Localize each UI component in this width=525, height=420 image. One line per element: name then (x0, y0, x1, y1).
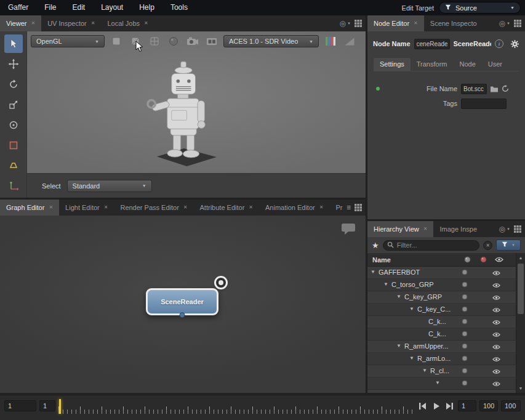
close-icon[interactable]: ✕ (183, 205, 188, 210)
crop-window-tool-button[interactable] (4, 136, 23, 155)
layout-menu-icon[interactable] (514, 225, 521, 233)
visibility-eye-icon[interactable] (492, 294, 500, 302)
close-icon[interactable]: ✕ (144, 21, 148, 26)
tab-overflow-menu-icon[interactable]: ≡ (347, 203, 351, 212)
node-output-plug[interactable] (180, 312, 185, 318)
close-icon[interactable]: ✕ (31, 21, 35, 26)
expander-icon[interactable]: ▼ (435, 381, 440, 386)
renderer-dropdown[interactable]: OpenGL ▼ (31, 35, 105, 47)
tree-row[interactable]: ▼ GAFFERBOT (367, 267, 516, 279)
scrollbar-thumb[interactable] (518, 264, 524, 314)
visibility-eye-icon[interactable] (492, 344, 500, 351)
light-tool-button[interactable] (4, 156, 23, 175)
subtab-settings[interactable]: Settings (374, 58, 411, 71)
tree-row[interactable]: ▼ R_cl... (367, 365, 516, 378)
filter-mode-dropdown[interactable]: ▼ (496, 240, 521, 251)
expander-icon[interactable]: ▼ (396, 344, 401, 349)
node-name-input[interactable] (414, 39, 450, 49)
subtab-transform[interactable]: Transform (411, 58, 454, 71)
tree-row[interactable]: ▼ C_torso_GRP (367, 279, 516, 291)
display-transform-dropdown[interactable]: ACES 1.0 - SDR Video ▼ (223, 35, 319, 47)
scale-tool-button[interactable] (4, 95, 23, 114)
visibility-eye-icon[interactable] (492, 381, 500, 388)
node-menu-gear-icon[interactable] (510, 39, 519, 49)
translate-tool-button[interactable] (4, 55, 23, 73)
rotate-tool-button[interactable] (4, 75, 23, 94)
menu-file[interactable]: File (36, 0, 64, 15)
tab-animation-editor[interactable]: Animation Editor ✕ (259, 200, 329, 216)
shading-points-icon[interactable] (166, 34, 181, 48)
expander-icon[interactable]: ▼ (422, 368, 427, 373)
menu-tools[interactable]: Tools (162, 0, 196, 15)
shading-textured-icon[interactable] (128, 34, 143, 48)
visibility-eye-icon[interactable] (492, 331, 500, 339)
timeline-frame-field[interactable] (458, 400, 476, 411)
expander-icon[interactable]: ▼ (396, 294, 401, 299)
tree-row[interactable]: ▼ (367, 378, 516, 390)
layout-menu-icon[interactable] (355, 20, 362, 27)
subtab-node[interactable]: Node (453, 58, 481, 71)
tab-scene-inspector[interactable]: Scene Inspecto (424, 15, 483, 31)
camera-icon[interactable] (185, 34, 200, 48)
select-tool-button[interactable] (4, 34, 23, 53)
skip-to-end-icon[interactable] (444, 401, 455, 411)
visibility-eye-icon[interactable] (492, 270, 500, 277)
expander-icon[interactable]: ▼ (371, 270, 375, 275)
layout-menu-icon[interactable] (355, 204, 362, 211)
select-mode-dropdown[interactable]: Standard ▼ (67, 180, 152, 192)
timeline-start-field[interactable] (4, 400, 36, 411)
expander-icon[interactable]: ▼ (409, 356, 414, 361)
tab-local-jobs[interactable]: Local Jobs ✕ (101, 15, 154, 31)
tab-render-pass-editor[interactable]: Render Pass Editor ✕ (114, 200, 193, 216)
close-icon[interactable]: ✕ (414, 21, 418, 26)
visibility-eye-icon[interactable] (492, 282, 500, 289)
clear-filter-icon[interactable]: ✕ (483, 241, 492, 250)
play-icon[interactable] (431, 401, 441, 411)
filter-search-box[interactable] (383, 240, 479, 251)
visibility-eye-icon[interactable] (492, 356, 500, 363)
render-pass-icon[interactable] (204, 34, 219, 48)
transform-axes-tool-button[interactable] (4, 177, 23, 195)
shading-wireframe-icon[interactable] (147, 34, 162, 48)
shading-solid-icon[interactable] (109, 34, 124, 48)
visibility-eye-icon[interactable] (492, 307, 500, 314)
timeline-current-field[interactable] (39, 400, 55, 411)
scroll-up-icon[interactable]: ▲ (516, 254, 525, 262)
layout-menu-icon[interactable] (514, 20, 521, 27)
tab-viewer[interactable]: Viewer ✕ (0, 15, 41, 31)
folder-browse-icon[interactable] (490, 86, 499, 92)
menu-layout[interactable]: Layout (93, 0, 131, 15)
expander-icon[interactable]: ▼ (383, 282, 388, 287)
tab-attribute-editor[interactable]: Attribute Editor ✕ (194, 200, 259, 216)
subtab-user[interactable]: User (482, 58, 508, 71)
refresh-icon[interactable] (502, 85, 509, 92)
close-icon[interactable]: ✕ (249, 205, 253, 210)
close-icon[interactable]: ✕ (49, 205, 53, 210)
filter-input[interactable] (397, 241, 475, 249)
tree-row[interactable]: C_k... (367, 328, 516, 341)
close-icon[interactable]: ✕ (91, 21, 95, 26)
color-channels-icon[interactable] (323, 34, 338, 48)
tree-row[interactable]: ▼ R_armUpper... (367, 341, 516, 353)
tab-graph-editor[interactable]: Graph Editor ✕ (0, 200, 59, 216)
graph-canvas[interactable]: SceneReader (0, 216, 366, 393)
tree-row[interactable]: ▼ C_key_C... (367, 304, 516, 316)
playhead[interactable] (59, 399, 61, 414)
viewport-3d[interactable] (27, 31, 366, 173)
tree-row[interactable]: ▼ R_armLo... (367, 353, 516, 365)
expander-icon[interactable]: ▼ (409, 307, 414, 312)
annotation-bubble-icon[interactable] (341, 223, 356, 236)
menu-help[interactable]: Help (131, 0, 162, 15)
menu-edit[interactable]: Edit (64, 0, 93, 15)
editor-focus-menu-icon[interactable]: ◎ ▼ (340, 19, 351, 28)
camera-tool-button[interactable] (4, 116, 23, 134)
editor-focus-menu-icon[interactable]: ◎ ▼ (499, 19, 510, 28)
menu-gaffer[interactable]: Gaffer (0, 0, 36, 15)
close-icon[interactable]: ✕ (319, 205, 324, 210)
timeline-end-field[interactable] (479, 400, 498, 411)
tab-uv-inspector[interactable]: UV Inspector ✕ (41, 15, 101, 31)
tab-light-editor[interactable]: Light Editor ✕ (59, 200, 114, 216)
tab-node-editor[interactable]: Node Editor ✕ (367, 15, 424, 31)
timeline-fps-field[interactable] (501, 400, 521, 411)
scroll-down-icon[interactable]: ▼ (516, 384, 525, 392)
